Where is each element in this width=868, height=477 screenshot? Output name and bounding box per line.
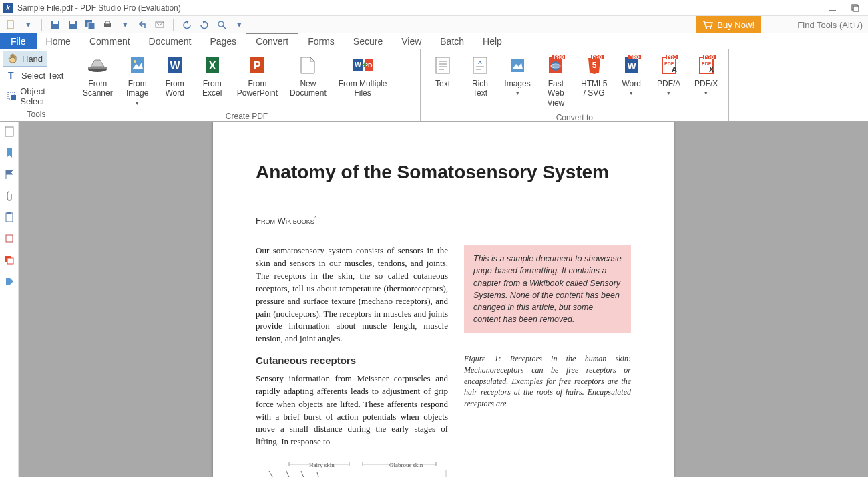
menu-batch[interactable]: Batch [431,33,473,49]
revert-icon[interactable] [136,18,149,31]
menu-secure[interactable]: Secure [344,33,392,49]
svg-rect-57 [5,127,13,136]
minimize-button[interactable] [828,3,837,13]
clipboard-icon[interactable] [3,211,15,223]
stamp-icon[interactable] [3,232,15,245]
btn-to-pdfa[interactable]: PROPDFAPDF/A▾ [651,52,687,99]
svg-text:W: W [170,60,180,71]
tool-hand[interactable]: Hand [3,51,47,67]
svg-text:A: A [672,65,677,73]
btn-new-document[interactable]: New Document [284,52,332,101]
image-file-icon [128,56,147,75]
chevron-down-icon: ▾ [136,100,139,106]
svg-text:P: P [254,60,261,71]
ribbon-group-create: From Scanner From Image▾ WFrom Word XFro… [73,49,421,121]
titlebar: k Sample File.pdf - PDF Studio Pro (Eval… [0,0,868,16]
buy-now-button[interactable]: Buy Now! [696,16,761,33]
svg-line-71 [286,470,296,477]
print-icon[interactable] [101,18,114,31]
quick-access-toolbar: ▾ ▾ ▾ Buy Now! Find Tools (Alt+/) [0,16,868,33]
btn-from-scanner[interactable]: From Scanner [77,52,118,101]
doc-subheading: Cutaneous receptors [256,355,448,366]
redo-icon[interactable] [198,18,211,31]
undo-icon[interactable] [180,18,194,31]
menu-forms[interactable]: Forms [298,33,344,49]
email-icon[interactable] [153,18,166,31]
hand-icon [7,53,18,64]
save-as-icon[interactable] [66,18,79,31]
btn-to-pdfx[interactable]: PROPDFXPDF/X▾ [688,52,724,99]
figure-diagram: Hairy skin Glabrous skin Papillary Ridge… [256,458,448,477]
svg-rect-5 [53,21,58,24]
svg-text:W: W [627,61,636,71]
btn-from-word[interactable]: WFrom Word [157,52,193,101]
svg-text:X: X [709,65,714,73]
btn-from-powerpoint[interactable]: PFrom PowerPoint [232,52,283,101]
maximize-button[interactable] [851,3,860,13]
save-all-icon[interactable] [83,18,97,31]
svg-rect-2 [853,6,859,11]
doc-paragraph: Sensory information from Meissner corpus… [256,373,448,448]
flag-icon[interactable] [3,168,15,180]
btn-to-text[interactable]: Text [425,52,461,91]
zoom-dropdown-icon[interactable]: ▾ [232,18,246,31]
ribbon-group-tools: Hand T Select Text Object Select Tools [0,49,73,121]
pdf-page: Anatomy of the Somatosensory System From… [213,122,674,477]
btn-from-excel[interactable]: XFrom Excel [194,52,230,101]
new-doc-icon[interactable] [4,18,17,31]
document-canvas[interactable]: Anatomy of the Somatosensory System From… [19,122,868,477]
multi-file-icon: WPDF [352,56,373,75]
menu-convert[interactable]: Convert [246,33,298,49]
chevron-down-icon: ▾ [704,90,708,96]
btn-from-multiple[interactable]: WPDFFrom Multiple Files [333,52,393,101]
svg-rect-21 [88,67,107,69]
note-box: This is a sample document to showcase pa… [464,245,631,333]
page-icon[interactable] [3,126,15,138]
btn-from-image[interactable]: From Image▾ [120,52,156,109]
doc-source: From Wikibooks1 [256,215,631,226]
svg-text:W: W [355,61,361,69]
new-dropdown-icon[interactable]: ▾ [21,18,35,31]
tag-icon[interactable] [3,275,15,287]
menu-view[interactable]: View [392,33,431,49]
save-icon[interactable] [49,18,62,31]
btn-to-word[interactable]: PROWWord▾ [614,52,650,99]
bookmark-icon[interactable] [3,147,15,159]
btn-fast-web-view[interactable]: PROFast Web View [537,52,575,110]
svg-text:A: A [478,59,482,65]
svg-rect-11 [105,21,110,24]
print-dropdown-icon[interactable]: ▾ [118,18,132,31]
zoom-icon[interactable] [215,18,228,31]
menu-document[interactable]: Document [140,33,201,49]
side-toolbar [0,122,19,477]
ppt-icon: P [248,56,266,75]
btn-to-images[interactable]: Images▾ [499,52,535,99]
tool-object-select[interactable]: Object Select [3,84,70,108]
menu-comment[interactable]: Comment [80,33,140,49]
attachment-icon[interactable] [3,190,15,202]
menu-pages[interactable]: Pages [200,33,246,49]
menu-file[interactable]: File [0,33,37,49]
blank-doc-icon [300,56,316,75]
ribbon-group-convert: Text ARich Text Images▾ PROFast Web View… [421,49,729,121]
app-icon: k [3,3,13,13]
pro-badge: PRO [552,55,565,59]
pro-badge: PRO [666,55,678,59]
svg-text:X: X [208,60,216,71]
btn-to-html5[interactable]: PRO5HTML5 / SVG [576,52,612,101]
svg-point-16 [710,27,711,29]
pro-badge: PRO [703,55,716,59]
svg-rect-3 [7,21,13,29]
menu-home[interactable]: Home [37,33,80,49]
chevron-down-icon: ▾ [630,90,633,96]
tool-select-text[interactable]: T Select Text [3,68,67,83]
layers-icon[interactable] [3,254,15,266]
pro-badge: PRO [628,55,641,59]
doc-paragraph: Our somatosensory system consists of sen… [256,245,448,345]
svg-point-13 [218,21,224,27]
btn-to-rich-text[interactable]: ARich Text [462,52,498,101]
menu-help[interactable]: Help [473,33,511,49]
workspace: Anatomy of the Somatosensory System From… [0,122,868,477]
find-tools-field[interactable]: Find Tools (Alt+/) [797,16,863,33]
menubar: File Home Comment Document Pages Convert… [0,33,868,49]
